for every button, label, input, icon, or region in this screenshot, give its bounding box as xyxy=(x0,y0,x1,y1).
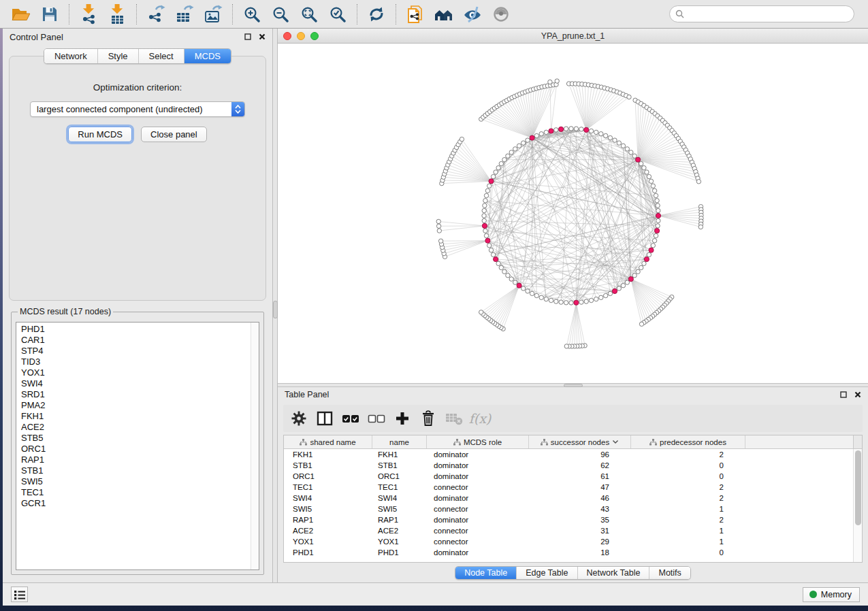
cell-MCDS-role[interactable]: connector xyxy=(427,505,529,513)
zoom-in-button[interactable] xyxy=(238,2,266,27)
mcds-result-item[interactable]: STP4 xyxy=(21,346,259,357)
new-network-from-selection-button[interactable] xyxy=(401,2,430,27)
table-row[interactable]: TEC1TEC1connector472 xyxy=(284,482,862,493)
table-row[interactable]: STB1STB1dominator620 xyxy=(284,460,862,471)
cell-predecessor-nodes[interactable]: 2 xyxy=(631,450,745,459)
cell-predecessor-nodes[interactable]: 0 xyxy=(631,548,745,557)
float-panel-icon[interactable] xyxy=(244,31,251,43)
cell-shared-name[interactable]: ACE2 xyxy=(284,527,372,535)
select-all-button[interactable] xyxy=(338,408,364,429)
close-table-panel-icon[interactable] xyxy=(854,389,861,401)
cell-successor-nodes[interactable]: 29 xyxy=(529,538,631,546)
cell-predecessor-nodes[interactable]: 1 xyxy=(631,505,745,513)
tab-network[interactable]: Network xyxy=(44,49,97,63)
horizontal-splitter[interactable] xyxy=(278,383,868,387)
cell-shared-name[interactable]: SWI5 xyxy=(284,505,372,513)
tab-mcds[interactable]: MCDS xyxy=(184,49,231,63)
cell-successor-nodes[interactable]: 43 xyxy=(529,505,631,513)
optimization-criterion-select[interactable]: largest connected component (undirected) xyxy=(30,101,245,117)
first-neighbors-button[interactable] xyxy=(430,2,458,27)
zoom-fit-button[interactable] xyxy=(295,2,323,27)
cell-shared-name[interactable]: STB1 xyxy=(284,461,372,469)
cell-successor-nodes[interactable]: 18 xyxy=(529,548,631,557)
tab-edge-table[interactable]: Edge Table xyxy=(516,567,577,579)
horizontal-splitter-handle[interactable] xyxy=(564,384,583,387)
search-input[interactable] xyxy=(688,10,848,19)
float-table-panel-icon[interactable] xyxy=(840,389,847,401)
cell-MCDS-role[interactable]: connector xyxy=(427,538,529,546)
cell-successor-nodes[interactable]: 47 xyxy=(529,483,631,491)
cell-predecessor-nodes[interactable]: 1 xyxy=(631,538,745,546)
mcds-result-item[interactable]: PHD1 xyxy=(21,324,259,335)
mcds-result-item[interactable]: PMA2 xyxy=(21,400,259,411)
mcds-result-item[interactable]: STB5 xyxy=(21,433,259,444)
network-view[interactable] xyxy=(278,44,868,383)
list-scrollbar[interactable] xyxy=(251,323,259,569)
close-panel-icon[interactable] xyxy=(259,31,266,43)
zoom-out-button[interactable] xyxy=(266,2,295,27)
export-table-button[interactable] xyxy=(170,2,199,27)
show-all-button[interactable] xyxy=(487,2,515,27)
cell-predecessor-nodes[interactable]: 0 xyxy=(631,461,745,469)
mcds-result-item[interactable]: ACE2 xyxy=(21,422,259,433)
cell-successor-nodes[interactable]: 96 xyxy=(529,450,631,459)
mcds-result-item[interactable]: FKH1 xyxy=(21,411,259,422)
tab-select[interactable]: Select xyxy=(138,49,184,63)
cell-successor-nodes[interactable]: 61 xyxy=(529,472,631,480)
vertical-splitter[interactable] xyxy=(273,29,278,582)
table-scrollbar[interactable] xyxy=(853,449,862,562)
delete-button[interactable] xyxy=(415,408,441,429)
mcds-result-item[interactable]: CAR1 xyxy=(21,335,259,346)
cell-shared-name[interactable]: PHD1 xyxy=(284,548,372,557)
search-field[interactable] xyxy=(669,5,854,22)
cell-MCDS-role[interactable]: connector xyxy=(427,483,529,491)
cell-shared-name[interactable]: RAP1 xyxy=(284,516,372,524)
cell-successor-nodes[interactable]: 31 xyxy=(529,527,631,535)
cell-name[interactable]: ACE2 xyxy=(372,527,427,535)
mcds-result-list[interactable]: PHD1CAR1STP4TID3YOX1SWI4SRD1PMA2FKH1ACE2… xyxy=(16,322,259,570)
network-graph[interactable] xyxy=(278,44,867,382)
cell-name[interactable]: SWI5 xyxy=(372,505,427,513)
table-scrollbar-thumb[interactable] xyxy=(855,450,861,525)
cell-shared-name[interactable]: TEC1 xyxy=(284,483,372,491)
mcds-result-item[interactable]: TID3 xyxy=(21,357,259,367)
cell-successor-nodes[interactable]: 35 xyxy=(529,516,631,524)
cell-predecessor-nodes[interactable]: 1 xyxy=(631,527,745,535)
close-panel-button[interactable]: Close panel xyxy=(141,127,207,142)
mcds-result-item[interactable]: SRD1 xyxy=(21,389,259,400)
cell-MCDS-role[interactable]: dominator xyxy=(427,450,529,459)
column-header-predecessor-nodes[interactable]: predecessor nodes xyxy=(631,435,745,448)
tab-motifs[interactable]: Motifs xyxy=(649,567,690,579)
table-row[interactable]: ACE2ACE2connector311 xyxy=(284,525,862,536)
cell-name[interactable]: YOX1 xyxy=(372,538,427,546)
table-row[interactable]: FKH1FKH1dominator962 xyxy=(284,449,862,460)
table-row[interactable]: ORC1ORC1dominator610 xyxy=(284,471,862,482)
cell-MCDS-role[interactable]: dominator xyxy=(427,461,529,469)
table-row[interactable]: SWI5SWI5connector431 xyxy=(284,503,862,514)
cell-name[interactable]: TEC1 xyxy=(372,483,427,491)
table-row[interactable]: YOX1YOX1connector291 xyxy=(284,536,862,547)
cell-successor-nodes[interactable]: 46 xyxy=(529,494,631,502)
memory-button[interactable]: Memory xyxy=(803,587,860,602)
cell-successor-nodes[interactable]: 62 xyxy=(529,461,631,469)
mcds-result-item[interactable]: ORC1 xyxy=(21,444,259,455)
cell-MCDS-role[interactable]: dominator xyxy=(427,472,529,480)
cell-name[interactable]: STB1 xyxy=(372,461,427,469)
mcds-result-item[interactable]: TEC1 xyxy=(21,487,259,498)
task-history-button[interactable] xyxy=(11,587,28,602)
cell-predecessor-nodes[interactable]: 0 xyxy=(631,472,745,480)
cell-MCDS-role[interactable]: dominator xyxy=(427,516,529,524)
cell-MCDS-role[interactable]: connector xyxy=(427,527,529,535)
table-row[interactable]: PHD1PHD1dominator180 xyxy=(284,547,862,558)
run-mcds-button[interactable]: Run MCDS xyxy=(68,127,132,142)
mcds-result-item[interactable]: STB1 xyxy=(21,465,259,476)
tab-node-table[interactable]: Node Table xyxy=(455,567,516,579)
vertical-splitter-handle[interactable] xyxy=(273,301,278,318)
column-header-shared-name[interactable]: shared name xyxy=(284,435,372,448)
mcds-result-item[interactable]: YOX1 xyxy=(21,367,259,378)
cell-shared-name[interactable]: FKH1 xyxy=(284,450,372,459)
cell-predecessor-nodes[interactable]: 2 xyxy=(631,483,745,491)
cell-predecessor-nodes[interactable]: 2 xyxy=(631,516,745,524)
show-column-panel-button[interactable] xyxy=(312,408,338,429)
cell-name[interactable]: ORC1 xyxy=(372,472,427,480)
